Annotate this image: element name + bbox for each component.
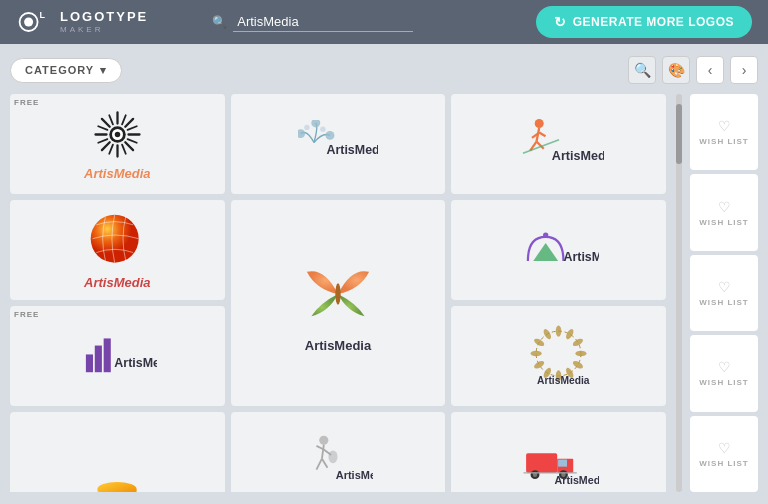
header: L LOGOTYPE MAKER 🔍 ↻ GENERATE MORE LOGOS [0, 0, 768, 44]
toolbar: CATEGORY ▾ 🔍 🎨 ‹ › [10, 56, 758, 84]
svg-point-48 [575, 351, 586, 357]
logo-image [298, 254, 378, 334]
svg-point-72 [328, 450, 337, 463]
palette-button[interactable]: 🎨 [662, 56, 690, 84]
chevron-right-icon: › [742, 62, 747, 78]
search-icon: 🔍 [212, 15, 227, 29]
svg-point-54 [530, 351, 541, 357]
logo-area: L LOGOTYPE MAKER [16, 8, 148, 36]
heart-icon: ♡ [718, 359, 731, 375]
palette-icon: 🎨 [668, 62, 685, 78]
heart-icon: ♡ [718, 279, 731, 295]
svg-point-66 [98, 482, 137, 492]
free-badge: FREE [14, 310, 39, 319]
svg-line-21 [122, 145, 126, 154]
svg-point-26 [320, 126, 325, 131]
logo-card[interactable]: ArtisMedia [451, 412, 666, 492]
svg-point-25 [304, 124, 309, 129]
svg-text:ArtisMedia: ArtisMedia [554, 474, 598, 485]
logo-name: ArtisMedia [84, 275, 150, 290]
logo-card[interactable]: ArtisMedia [10, 200, 225, 300]
svg-point-22 [298, 129, 305, 138]
svg-text:ArtisMedia: ArtisMedia [551, 149, 603, 163]
svg-point-53 [533, 360, 545, 370]
chevron-down-icon: ▾ [100, 64, 107, 77]
svg-point-47 [571, 337, 583, 347]
logo-card[interactable]: FREE [10, 94, 225, 194]
svg-rect-40 [86, 354, 93, 372]
logo-name: ArtisMedia [305, 338, 371, 353]
logo-card[interactable]: ArtisMedia [231, 200, 446, 406]
scrollbar-track[interactable] [676, 94, 682, 492]
svg-text:ArtisMedia: ArtisMedia [336, 468, 373, 480]
free-badge: FREE [14, 98, 39, 107]
svg-line-69 [316, 458, 322, 469]
toolbar-right: 🔍 🎨 ‹ › [628, 56, 758, 84]
wishlist-item[interactable]: ♡ WISH LIST [690, 335, 758, 411]
prev-page-button[interactable]: ‹ [696, 56, 724, 84]
svg-point-24 [326, 130, 335, 139]
svg-point-1 [24, 18, 33, 27]
wishlist-item[interactable]: ♡ WISH LIST [690, 94, 758, 170]
logo-card[interactable]: ArtisMedia [451, 306, 666, 406]
logo-card[interactable]: ArtisMedia [231, 94, 446, 194]
logo-name: ArtisMedia [84, 166, 150, 181]
search-icon: 🔍 [634, 62, 651, 78]
chevron-left-icon: ‹ [708, 62, 713, 78]
svg-line-16 [98, 126, 107, 130]
wishlist-item[interactable]: ♡ WISH LIST [690, 255, 758, 331]
svg-line-70 [322, 458, 328, 467]
logo-image: ArtisMedia [519, 435, 599, 485]
svg-line-13 [125, 142, 133, 150]
category-button[interactable]: CATEGORY ▾ [10, 58, 122, 83]
svg-point-5 [115, 132, 121, 138]
logo-card[interactable]: ArtisMedia [451, 94, 666, 194]
refresh-icon: ↻ [554, 14, 567, 30]
svg-point-56 [542, 328, 552, 340]
logo-image [77, 466, 157, 492]
svg-line-17 [98, 139, 107, 143]
svg-line-33 [539, 133, 545, 137]
svg-line-68 [322, 444, 324, 458]
logo-image: ArtisMedia [514, 112, 604, 172]
svg-point-23 [311, 120, 320, 127]
svg-text:ArtisMedia: ArtisMedia [115, 356, 158, 370]
logo-card[interactable]: ArtisMedia [10, 412, 225, 492]
logo-card[interactable]: ArtisMedia [451, 200, 666, 300]
svg-line-12 [102, 142, 110, 150]
svg-text:ArtisMedia: ArtisMedia [537, 375, 590, 386]
logo-card[interactable]: ArtisMedia [231, 412, 446, 492]
svg-point-37 [335, 283, 340, 304]
app-logo-text: LOGOTYPE MAKER [60, 10, 148, 33]
heart-icon: ♡ [718, 118, 731, 134]
svg-rect-77 [558, 460, 567, 467]
wishlist-item[interactable]: ♡ WISH LIST [690, 416, 758, 492]
search-area: 🔍 [212, 12, 472, 32]
svg-line-19 [127, 139, 136, 143]
logo-image [90, 107, 145, 162]
svg-text:ArtisMedia: ArtisMedia [563, 250, 599, 264]
logo-image: ArtisMedia [298, 120, 378, 165]
svg-rect-75 [526, 453, 557, 473]
search-input[interactable] [233, 12, 413, 32]
main-layout: FREE [10, 94, 758, 492]
logo-image [87, 211, 147, 271]
svg-line-10 [102, 119, 110, 127]
generate-logos-button[interactable]: ↻ GENERATE MORE LOGOS [536, 6, 752, 38]
svg-point-28 [534, 119, 543, 128]
svg-point-44 [536, 331, 581, 376]
wishlist-item[interactable]: ♡ WISH LIST [690, 174, 758, 250]
logo-image: ArtisMedia [303, 433, 373, 488]
search-filter-button[interactable]: 🔍 [628, 56, 656, 84]
scrollbar-thumb[interactable] [676, 104, 682, 164]
svg-point-46 [564, 328, 574, 340]
logo-card[interactable]: FREE ArtisMedia [10, 306, 225, 406]
next-page-button[interactable]: › [730, 56, 758, 84]
svg-line-20 [109, 145, 113, 154]
logo-image: ArtisMedia [77, 329, 157, 379]
svg-text:L: L [39, 10, 45, 20]
svg-point-45 [555, 326, 561, 337]
app-logo-icon: L [16, 8, 52, 36]
wishlist-sidebar: ♡ WISH LIST ♡ WISH LIST ♡ WISH LIST ♡ WI… [690, 94, 758, 492]
heart-icon: ♡ [718, 199, 731, 215]
